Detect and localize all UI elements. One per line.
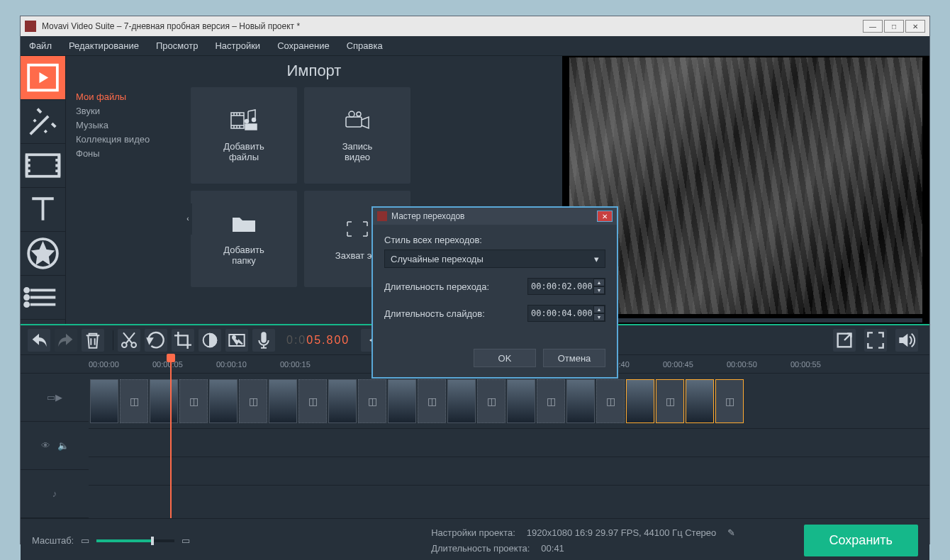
clip-3[interactable] — [209, 379, 238, 423]
transition-10-selected[interactable] — [656, 379, 684, 423]
clip-6[interactable] — [388, 379, 416, 423]
color-adjust-button[interactable] — [199, 329, 221, 352]
transition-2[interactable] — [179, 379, 208, 423]
spin-up-button[interactable]: ▲ — [593, 279, 605, 286]
import-cat-music[interactable]: Музыка — [76, 118, 177, 133]
clip-10-selected[interactable] — [626, 379, 654, 423]
transition-3[interactable] — [239, 379, 267, 423]
transition-duration-input[interactable]: 00:00:02.000 ▲▼ — [527, 278, 605, 295]
sidetool-filters[interactable] — [21, 100, 65, 144]
music-note-icon: ♪ — [52, 488, 57, 499]
window-minimize-button[interactable]: — — [863, 20, 883, 33]
spin-up-button[interactable]: ▲ — [593, 306, 605, 313]
fullscreen-button[interactable] — [864, 329, 887, 352]
clip-11-selected[interactable] — [686, 379, 714, 423]
menu-view[interactable]: Просмотр — [156, 40, 198, 51]
tile-add-folder[interactable]: Добавить папку — [191, 191, 297, 287]
clip-7[interactable] — [447, 379, 476, 423]
detach-preview-button[interactable] — [833, 329, 856, 352]
video-track-row[interactable] — [89, 374, 929, 429]
svg-rect-11 — [245, 124, 257, 130]
sidetool-more[interactable] — [21, 276, 65, 320]
sidetool-import[interactable] — [21, 56, 65, 100]
preview-viewport[interactable] — [569, 57, 922, 314]
transition-wizard-button[interactable] — [225, 329, 248, 352]
import-cat-sounds[interactable]: Звуки — [76, 104, 177, 118]
svg-rect-12 — [346, 117, 362, 127]
audio-link-track-header[interactable]: 👁🔈 — [21, 422, 89, 470]
cut-button[interactable] — [118, 329, 140, 352]
zoom-out-icon[interactable]: ▭ — [81, 535, 89, 546]
undo-button[interactable] — [28, 329, 50, 352]
folder-icon — [230, 212, 258, 235]
dialog-titlebar[interactable]: Мастер переходов ✕ — [373, 208, 617, 225]
tile-add-files[interactable]: Добавить файлы — [191, 87, 297, 184]
svg-point-6 — [25, 296, 28, 299]
dialog-cancel-button[interactable]: Отмена — [543, 349, 605, 367]
dialog-close-button[interactable]: ✕ — [597, 211, 613, 222]
rotate-button[interactable] — [145, 329, 167, 352]
audio-track-row[interactable] — [89, 457, 929, 486]
transition-1[interactable] — [120, 379, 148, 423]
volume-button[interactable] — [895, 329, 918, 352]
timecode-prefix: 0:0 — [286, 334, 306, 346]
save-button[interactable]: Сохранить — [804, 525, 918, 556]
collapse-panel-button[interactable]: ‹ — [184, 203, 192, 235]
import-cat-videocollection[interactable]: Коллекция видео — [76, 133, 177, 147]
svg-point-9 — [245, 120, 249, 123]
svg-point-15 — [122, 342, 127, 347]
timeline-playhead[interactable] — [170, 355, 172, 518]
preview-seekbar[interactable] — [569, 318, 922, 323]
clip-2[interactable] — [150, 379, 178, 423]
svg-marker-17 — [147, 338, 152, 343]
dialog-logo-icon — [377, 211, 387, 221]
spin-down-button[interactable]: ▼ — [593, 313, 605, 321]
transition-9[interactable] — [596, 379, 625, 423]
transition-7[interactable] — [477, 379, 505, 423]
video-track-header[interactable]: ▭▶ — [21, 374, 89, 422]
zoom-in-icon[interactable]: ▭ — [181, 535, 190, 546]
transition-style-select[interactable]: Случайные переходы ▾ — [384, 250, 605, 268]
menu-settings[interactable]: Настройки — [215, 40, 260, 51]
transition-6[interactable] — [418, 379, 446, 423]
sidetool-transitions[interactable] — [21, 144, 65, 188]
import-cat-backgrounds[interactable]: Фоны — [76, 147, 177, 161]
dialog-ok-button[interactable]: OK — [474, 349, 536, 367]
clip-9[interactable] — [566, 379, 595, 423]
transition-4[interactable] — [298, 379, 327, 423]
record-voice-button[interactable] — [252, 329, 275, 352]
transition-duration-label: Длительность перехода: — [384, 281, 527, 292]
menu-edit[interactable]: Редактирование — [69, 40, 139, 51]
screen-capture-icon — [343, 218, 371, 240]
clip-8[interactable] — [507, 379, 535, 423]
transition-5[interactable] — [358, 379, 386, 423]
tile-record-video[interactable]: Запись видео — [304, 87, 410, 184]
zoom-slider[interactable] — [96, 539, 174, 542]
slide-duration-input[interactable]: 00:00:04.000 ▲▼ — [527, 305, 605, 322]
clip-4[interactable] — [269, 379, 297, 423]
eye-icon: 👁 — [41, 440, 50, 451]
tracks-content[interactable] — [89, 374, 929, 518]
edit-project-settings-icon[interactable]: ✎ — [727, 525, 735, 541]
linked-audio-track-row[interactable] — [89, 429, 929, 457]
transition-style-label: Стиль всех переходов: — [384, 235, 605, 245]
menu-help[interactable]: Справка — [347, 40, 383, 51]
sidetool-stickers[interactable] — [21, 232, 65, 276]
transition-8[interactable] — [537, 379, 565, 423]
window-close-button[interactable]: ✕ — [905, 20, 925, 33]
audio-track-header[interactable]: ♪ — [21, 470, 89, 518]
spin-down-button[interactable]: ▼ — [593, 286, 605, 294]
delete-button[interactable] — [82, 329, 104, 352]
window-maximize-button[interactable]: □ — [884, 20, 904, 33]
clip-1[interactable] — [90, 379, 118, 423]
import-cat-myfiles[interactable]: Мои файлы — [76, 90, 177, 104]
sidetool-titles[interactable] — [21, 188, 65, 232]
app-logo-icon — [25, 21, 36, 32]
redo-button[interactable] — [55, 329, 77, 352]
menu-save[interactable]: Сохранение — [277, 40, 330, 51]
menu-file[interactable]: Файл — [29, 40, 52, 51]
transition-style-value: Случайные переходы — [391, 254, 484, 264]
crop-button[interactable] — [172, 329, 194, 352]
clip-5[interactable] — [328, 379, 357, 423]
transition-11-selected[interactable] — [715, 379, 744, 423]
